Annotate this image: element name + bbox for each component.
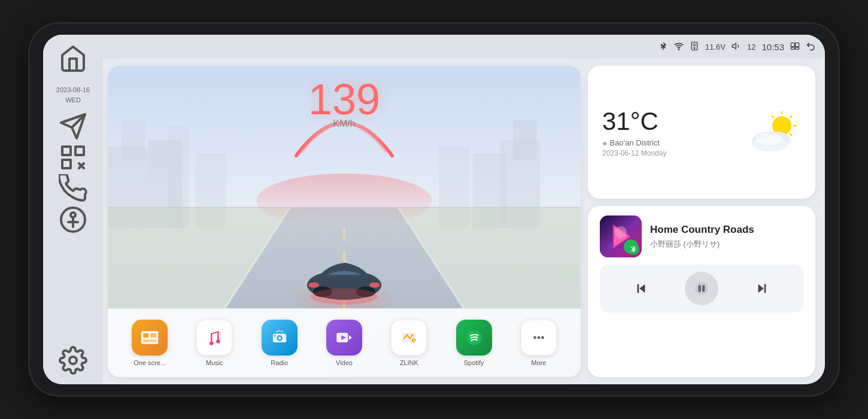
status-bar: 11.6V 12 10:53 — [103, 35, 825, 59]
svg-point-8 — [678, 48, 679, 49]
sidebar-item-phone[interactable] — [59, 174, 87, 203]
app-item-spotify[interactable]: Spotify — [450, 320, 498, 366]
svg-point-60 — [533, 336, 536, 339]
speed-display: 139 KM/h — [308, 78, 380, 129]
music-info: ★ — [600, 215, 803, 257]
music-title: Home Country Roads — [650, 223, 803, 236]
play-pause-button[interactable] — [685, 272, 718, 305]
weather-panel: 31°C ● Bao'an District 2023-06-12 Monday — [588, 66, 815, 199]
svg-rect-43 — [141, 331, 159, 344]
volume-icon — [732, 41, 741, 53]
sidebar-date: 2023-08-16 WED — [56, 85, 90, 105]
svg-point-73 — [755, 133, 782, 145]
app-item-zlink[interactable]: Z ZLINK — [385, 320, 433, 366]
sidebar-item-settings[interactable] — [59, 346, 87, 375]
svg-rect-3 — [75, 147, 84, 155]
svg-rect-16 — [791, 47, 794, 49]
weather-date: 2023-06-12 Monday — [602, 149, 666, 157]
rewind-button[interactable] — [627, 274, 655, 303]
svg-line-68 — [772, 116, 773, 117]
app-icon-music — [196, 320, 232, 356]
battery-value: 11.6V — [705, 42, 726, 51]
app-label-video: Video — [320, 359, 368, 366]
svg-marker-80 — [639, 284, 645, 293]
svg-rect-14 — [791, 42, 794, 46]
speedo-visual: 139 KM/h — [108, 66, 581, 308]
weather-icon — [747, 111, 801, 153]
app-item-onescreen[interactable]: One scre... — [126, 320, 174, 366]
weather-temperature: 31°C — [602, 107, 666, 136]
app-item-music[interactable]: Music — [190, 320, 238, 366]
back-icon[interactable] — [806, 41, 815, 53]
svg-point-41 — [369, 283, 380, 288]
svg-point-62 — [541, 336, 544, 339]
svg-rect-25 — [513, 120, 537, 160]
music-details: Home Country Roads 小野丽莎 (小野リサ) — [650, 223, 803, 250]
sidebar: 2023-08-16 WED — [43, 35, 103, 384]
music-artist: 小野丽莎 (小野リサ) — [650, 239, 803, 250]
location-dot-icon: ● — [602, 138, 607, 148]
app-item-more[interactable]: More — [515, 320, 563, 366]
right-panels: 31°C ● Bao'an District 2023-06-12 Monday — [588, 66, 815, 377]
svg-rect-86 — [764, 284, 766, 293]
content-area: 139 KM/h — [103, 59, 825, 384]
speed-value: 139 — [308, 78, 380, 121]
svg-marker-54 — [349, 335, 352, 340]
svg-rect-44 — [143, 333, 148, 338]
volume-value: 12 — [747, 42, 755, 51]
main-content: 11.6V 12 10:53 — [103, 35, 825, 384]
svg-point-42 — [311, 289, 378, 305]
weather-location: ● Bao'an District — [602, 138, 666, 148]
app-icon-more — [521, 320, 557, 356]
svg-rect-15 — [796, 42, 799, 46]
device-shell: 2023-08-16 WED — [30, 24, 838, 395]
app-icon-zlink: Z — [391, 320, 427, 356]
app-label-onescreen: One scre... — [126, 359, 174, 366]
svg-rect-2 — [62, 147, 71, 155]
svg-rect-52 — [274, 335, 275, 336]
svg-point-82 — [695, 282, 708, 295]
svg-rect-84 — [702, 285, 705, 292]
speedometer-panel: 139 KM/h — [108, 66, 581, 377]
svg-rect-17 — [796, 47, 799, 49]
svg-point-10 — [694, 47, 695, 48]
svg-marker-85 — [758, 284, 764, 293]
app-item-video[interactable]: Video — [320, 320, 368, 366]
app-label-radio: Radio — [256, 359, 304, 366]
svg-marker-13 — [732, 43, 736, 48]
app-label-spotify: Spotify — [450, 359, 498, 366]
time-display: 10:53 — [761, 42, 784, 52]
app-label-more: More — [515, 359, 563, 366]
svg-line-65 — [790, 116, 791, 117]
svg-rect-81 — [637, 284, 639, 293]
app-icon-onescreen — [132, 320, 168, 356]
app-item-radio[interactable]: Radio — [256, 320, 304, 366]
sidebar-item-bluetooth-audio[interactable] — [59, 205, 87, 234]
svg-rect-20 — [122, 120, 145, 160]
sidebar-item-navigation[interactable] — [59, 112, 87, 141]
svg-rect-46 — [143, 340, 156, 342]
app-icon-spotify — [456, 320, 492, 356]
svg-text:Z: Z — [413, 339, 415, 342]
sidebar-item-home[interactable] — [59, 44, 87, 73]
svg-point-40 — [308, 283, 319, 288]
sidebar-item-apps[interactable] — [59, 143, 87, 172]
svg-rect-83 — [699, 285, 701, 292]
svg-point-79 — [615, 226, 627, 238]
weather-info: 31°C ● Bao'an District 2023-06-12 Monday — [602, 107, 666, 157]
svg-rect-4 — [62, 160, 71, 168]
svg-rect-45 — [151, 333, 156, 338]
svg-point-48 — [217, 339, 220, 343]
storage-icon — [690, 41, 699, 53]
svg-point-61 — [537, 336, 540, 339]
music-panel: ★ — [588, 206, 815, 377]
app-label-music: Music — [190, 359, 238, 366]
svg-line-67 — [790, 134, 791, 135]
app-icon-video — [326, 320, 362, 356]
fast-forward-button[interactable] — [748, 274, 776, 303]
app-icon-radio — [262, 320, 298, 356]
svg-point-47 — [210, 341, 213, 345]
wifi-icon — [674, 41, 684, 53]
multiscreen-icon[interactable] — [790, 41, 800, 53]
svg-point-51 — [278, 336, 281, 339]
